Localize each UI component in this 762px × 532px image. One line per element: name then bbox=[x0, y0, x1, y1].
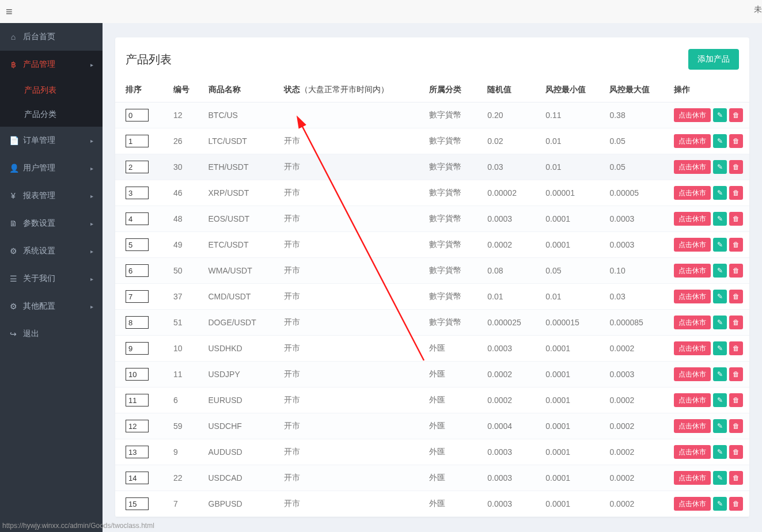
cell-category: 外匯 bbox=[423, 413, 482, 439]
cell-status: 开市 bbox=[278, 232, 424, 258]
toggle-market-button[interactable]: 点击休市 bbox=[674, 316, 711, 329]
delete-button[interactable]: 🗑 bbox=[729, 445, 743, 459]
sidebar-item-0[interactable]: ⌂后台首页 bbox=[0, 23, 103, 51]
edit-button[interactable]: ✎ bbox=[713, 108, 727, 122]
sort-input[interactable] bbox=[126, 342, 149, 355]
edit-button[interactable]: ✎ bbox=[713, 238, 727, 252]
toggle-market-button[interactable]: 点击休市 bbox=[674, 471, 711, 485]
edit-button[interactable]: ✎ bbox=[713, 212, 727, 226]
edit-button[interactable]: ✎ bbox=[713, 419, 727, 433]
cell-random: 0.0003 bbox=[482, 206, 540, 232]
sort-input[interactable] bbox=[126, 316, 149, 329]
sidebar-item-1[interactable]: ฿产品管理▸ bbox=[0, 51, 103, 78]
sidebar-item-6[interactable]: ⚙系统设置▸ bbox=[0, 237, 103, 265]
edit-button[interactable]: ✎ bbox=[713, 264, 727, 278]
delete-button[interactable]: 🗑 bbox=[729, 316, 743, 329]
sort-input[interactable] bbox=[126, 472, 149, 484]
sidebar-item-9[interactable]: ↪退出 bbox=[0, 320, 103, 348]
sort-input[interactable] bbox=[126, 368, 149, 381]
sort-input[interactable] bbox=[126, 161, 149, 173]
sort-input[interactable] bbox=[126, 135, 149, 147]
cell-max: 0.0003 bbox=[604, 362, 668, 387]
sidebar-item-5[interactable]: 🗎参数设置▸ bbox=[0, 210, 103, 237]
sort-input[interactable] bbox=[126, 212, 149, 225]
sort-input[interactable] bbox=[126, 420, 149, 432]
edit-button[interactable]: ✎ bbox=[713, 290, 727, 303]
edit-button[interactable]: ✎ bbox=[713, 341, 727, 355]
delete-button[interactable]: 🗑 bbox=[729, 238, 743, 252]
sort-input[interactable] bbox=[126, 497, 149, 510]
toggle-market-button[interactable]: 点击休市 bbox=[674, 341, 711, 355]
cell-min: 0.11 bbox=[540, 102, 604, 128]
delete-button[interactable]: 🗑 bbox=[729, 160, 743, 174]
edit-button[interactable]: ✎ bbox=[713, 367, 727, 381]
sidebar-item-2[interactable]: 📄订单管理▸ bbox=[0, 127, 103, 154]
sidebar-subitem-0[interactable]: 产品列表 bbox=[0, 78, 103, 102]
cell-max: 0.0002 bbox=[604, 336, 668, 362]
edit-button[interactable]: ✎ bbox=[713, 186, 727, 200]
toggle-market-button[interactable]: 点击休市 bbox=[674, 367, 711, 381]
delete-button[interactable]: 🗑 bbox=[729, 212, 743, 226]
cell-random: 0.0003 bbox=[482, 491, 540, 517]
edit-button[interactable]: ✎ bbox=[713, 134, 727, 148]
edit-button[interactable]: ✎ bbox=[713, 497, 727, 511]
sidebar-item-8[interactable]: ⚙其他配置▸ bbox=[0, 292, 103, 320]
sidebar-item-3[interactable]: 👤用户管理▸ bbox=[0, 154, 103, 182]
delete-button[interactable]: 🗑 bbox=[729, 471, 743, 485]
delete-button[interactable]: 🗑 bbox=[729, 393, 743, 407]
toggle-market-button[interactable]: 点击休市 bbox=[674, 160, 711, 174]
edit-button[interactable]: ✎ bbox=[713, 471, 727, 485]
delete-button[interactable]: 🗑 bbox=[729, 134, 743, 148]
sort-input[interactable] bbox=[126, 238, 149, 251]
cell-no: 7 bbox=[168, 491, 203, 517]
chevron-right-icon: ▸ bbox=[90, 165, 93, 172]
toggle-market-button[interactable]: 点击休市 bbox=[674, 264, 711, 278]
chevron-right-icon: ▸ bbox=[90, 221, 93, 227]
sort-input[interactable] bbox=[126, 446, 149, 458]
delete-button[interactable]: 🗑 bbox=[729, 290, 743, 303]
add-product-button[interactable]: 添加产品 bbox=[688, 49, 739, 70]
sort-input[interactable] bbox=[126, 394, 149, 406]
edit-button[interactable]: ✎ bbox=[713, 316, 727, 329]
cell-no: 10 bbox=[168, 336, 203, 362]
nav-icon: 📄 bbox=[9, 136, 17, 145]
sidebar-item-label: 参数设置 bbox=[23, 218, 55, 229]
toggle-market-button[interactable]: 点击休市 bbox=[674, 445, 711, 459]
menu-toggle-icon[interactable]: ≡ bbox=[6, 5, 13, 18]
toggle-market-button[interactable]: 点击休市 bbox=[674, 238, 711, 252]
toggle-market-button[interactable]: 点击休市 bbox=[674, 108, 711, 122]
toggle-market-button[interactable]: 点击休市 bbox=[674, 393, 711, 407]
toggle-market-button[interactable]: 点击休市 bbox=[674, 186, 711, 200]
edit-button[interactable]: ✎ bbox=[713, 445, 727, 459]
sidebar-item-4[interactable]: ¥报表管理▸ bbox=[0, 182, 103, 210]
toggle-market-button[interactable]: 点击休市 bbox=[674, 290, 711, 303]
delete-button[interactable]: 🗑 bbox=[729, 341, 743, 355]
edit-button[interactable]: ✎ bbox=[713, 393, 727, 407]
toggle-market-button[interactable]: 点击休市 bbox=[674, 419, 711, 433]
delete-button[interactable]: 🗑 bbox=[729, 497, 743, 511]
cell-max: 0.0002 bbox=[604, 439, 668, 465]
sort-input[interactable] bbox=[126, 290, 149, 303]
th-sort: 排序 bbox=[115, 78, 168, 102]
toggle-market-button[interactable]: 点击休市 bbox=[674, 212, 711, 226]
delete-button[interactable]: 🗑 bbox=[729, 108, 743, 122]
cell-product-name: EURUSD bbox=[203, 387, 278, 413]
cell-status: 开市 bbox=[278, 336, 424, 362]
table-row: 6EURUSD开市外匯0.00020.00010.0002点击休市✎🗑 bbox=[115, 387, 749, 413]
table-row: 51DOGE/USDT开市數字貨幣0.0000250.0000150.00008… bbox=[115, 310, 749, 336]
sort-input[interactable] bbox=[126, 187, 149, 199]
delete-button[interactable]: 🗑 bbox=[729, 419, 743, 433]
sort-input[interactable] bbox=[126, 264, 149, 277]
delete-button[interactable]: 🗑 bbox=[729, 367, 743, 381]
sidebar-item-7[interactable]: ☰关于我们▸ bbox=[0, 265, 103, 292]
delete-button[interactable]: 🗑 bbox=[729, 264, 743, 278]
sidebar-item-label: 报表管理 bbox=[23, 191, 55, 201]
cell-category: 外匯 bbox=[423, 387, 482, 413]
delete-button[interactable]: 🗑 bbox=[729, 186, 743, 200]
toggle-market-button[interactable]: 点击休市 bbox=[674, 497, 711, 511]
sidebar-subitem-1[interactable]: 产品分类 bbox=[0, 102, 103, 127]
sort-input[interactable] bbox=[126, 109, 149, 121]
edit-button[interactable]: ✎ bbox=[713, 160, 727, 174]
cell-random: 0.20 bbox=[482, 102, 540, 128]
toggle-market-button[interactable]: 点击休市 bbox=[674, 134, 711, 148]
